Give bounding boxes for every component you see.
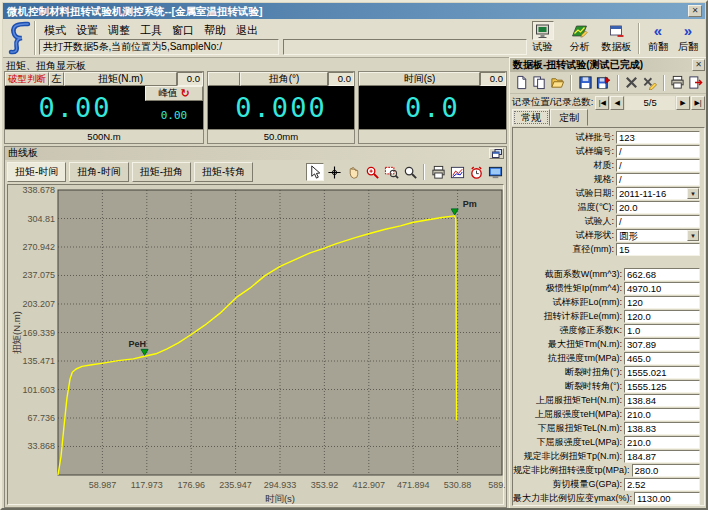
dropdown-arrow-icon[interactable]: ▼ bbox=[687, 230, 699, 241]
tab-custom[interactable]: 定制 bbox=[550, 109, 588, 126]
field-input[interactable]: 20.0 bbox=[616, 201, 700, 214]
menu-item-1[interactable]: 设置 bbox=[71, 22, 103, 37]
page-next-icon: » bbox=[684, 21, 692, 40]
curve-tab-0[interactable]: 扭矩-时间 bbox=[7, 162, 66, 182]
datapad-button[interactable]: 数据板 bbox=[598, 21, 635, 56]
field-input[interactable]: / bbox=[616, 145, 700, 158]
field-row: 规定非比例扭矩Tp(N.m):184.87 bbox=[513, 450, 704, 463]
display-icon[interactable] bbox=[486, 163, 504, 181]
field-input[interactable]: 123 bbox=[616, 131, 700, 144]
field-input[interactable]: / bbox=[616, 173, 700, 186]
break-judge-button[interactable]: 破型判断 bbox=[5, 72, 49, 86]
printer-icon[interactable] bbox=[670, 74, 686, 92]
data-panel-close-icon[interactable]: ✕ bbox=[692, 59, 705, 71]
field-input[interactable]: 1130.00 bbox=[634, 492, 700, 505]
dropdown-arrow-icon[interactable]: ▼ bbox=[687, 188, 699, 199]
close-icon[interactable]: ✕ bbox=[688, 5, 702, 17]
window-title: 微机控制材料扭转试验机测控系统--[金属室温扭转试验] bbox=[7, 5, 263, 17]
analysis-button-label: 分析 bbox=[570, 40, 590, 53]
field-input[interactable]: 307.89 bbox=[624, 338, 700, 351]
test-monitor-icon bbox=[532, 21, 554, 40]
field-label: 规定非比例扭转强度τp(MPa): bbox=[513, 464, 632, 477]
menu-item-5[interactable]: 帮助 bbox=[199, 22, 231, 37]
field-input[interactable]: 184.87 bbox=[624, 450, 700, 463]
field-label: 极惯性矩Ip(mm^4): bbox=[513, 282, 624, 295]
select-arrow-icon[interactable] bbox=[306, 163, 324, 181]
field-input[interactable]: 圆形▼ bbox=[616, 229, 700, 242]
field-input[interactable]: 15 bbox=[616, 243, 700, 256]
data-panel-header: 数据板-扭转试验(测试已完成) ✕ bbox=[510, 58, 707, 72]
open-icon[interactable] bbox=[549, 74, 565, 92]
analysis-button[interactable]: 分析 bbox=[561, 21, 598, 56]
exit-icon[interactable] bbox=[688, 74, 704, 92]
field-input[interactable]: 120.0 bbox=[624, 310, 700, 323]
x-tick-label: 530.88 bbox=[444, 480, 472, 490]
curve-tabs: 扭矩-时间扭角-时间扭矩-扭角扭矩-转角 bbox=[7, 162, 256, 182]
y-tick-label: 67.736 bbox=[27, 413, 55, 423]
record-first-button[interactable]: |◀ bbox=[595, 96, 609, 110]
delete-icon[interactable] bbox=[624, 74, 640, 92]
zoom-window-icon[interactable] bbox=[382, 163, 400, 181]
curve-tab-3[interactable]: 扭矩-转角 bbox=[194, 162, 253, 182]
record-last-button[interactable]: ▶| bbox=[691, 96, 705, 110]
curve-tab-1[interactable]: 扭角-时间 bbox=[69, 162, 128, 182]
annotation-Pm: Pm bbox=[463, 199, 477, 209]
direction-button[interactable]: 左 bbox=[49, 72, 64, 86]
field-label: 抗扭强度τm(MPa): bbox=[513, 352, 624, 365]
printer-icon[interactable] bbox=[429, 163, 447, 181]
field-input[interactable]: 1555.021 bbox=[624, 366, 700, 379]
field-row: 上屈服扭矩TeH(N.m):138.84 bbox=[513, 394, 704, 407]
field-input[interactable]: 1.0 bbox=[624, 324, 700, 337]
menu-item-4[interactable]: 窗口 bbox=[167, 22, 199, 37]
field-input[interactable]: 465.0 bbox=[624, 352, 700, 365]
datapad-icon bbox=[606, 21, 628, 40]
field-row: 上屈服强度τeH(MPa):210.0 bbox=[513, 408, 704, 421]
field-input[interactable]: 210.0 bbox=[624, 436, 700, 449]
field-input[interactable]: 210.0 bbox=[624, 408, 700, 421]
field-input[interactable]: / bbox=[616, 159, 700, 172]
torque-time-chart[interactable]: 58.987117.973176.96235.947294.933353.924… bbox=[8, 185, 505, 506]
field-input[interactable]: 280.0 bbox=[632, 464, 700, 477]
field-input[interactable]: 2.52 bbox=[624, 478, 700, 491]
page-prev-button[interactable]: « 前翻 bbox=[643, 21, 673, 56]
refresh-icon[interactable]: ↻ bbox=[180, 87, 189, 100]
field-input[interactable]: 1555.125 bbox=[624, 380, 700, 393]
zoom-out-icon[interactable] bbox=[401, 163, 419, 181]
test-button[interactable]: 试验 bbox=[524, 21, 561, 56]
field-input[interactable]: 138.84 bbox=[624, 394, 700, 407]
chart-area[interactable]: 58.987117.973176.96235.947294.933353.924… bbox=[7, 184, 504, 505]
copy-icon[interactable] bbox=[531, 74, 547, 92]
field-input[interactable]: 662.68 bbox=[624, 268, 700, 281]
graph-icon[interactable] bbox=[448, 163, 466, 181]
restore-window-icon[interactable] bbox=[489, 148, 504, 159]
menu-item-0[interactable]: 模式 bbox=[39, 22, 71, 37]
time-value-display: 0.0 bbox=[359, 86, 506, 129]
field-input[interactable]: / bbox=[616, 215, 700, 228]
menu-item-3[interactable]: 工具 bbox=[135, 22, 167, 37]
data-fields: 试样批号:123试样编号:/材质:/规格:/试验日期:2011-11-16▼温度… bbox=[512, 127, 705, 506]
pan-hand-icon[interactable] bbox=[344, 163, 362, 181]
field-input[interactable]: 138.83 bbox=[624, 422, 700, 435]
menu-item-2[interactable]: 调整 bbox=[103, 22, 135, 37]
page-next-label: 后翻 bbox=[678, 40, 698, 53]
curve-tab-2[interactable]: 扭矩-扭角 bbox=[132, 162, 191, 182]
timer-icon[interactable] bbox=[467, 163, 485, 181]
clear-icon[interactable] bbox=[642, 74, 658, 92]
field-input[interactable]: 120 bbox=[624, 296, 700, 309]
tab-general[interactable]: 常规 bbox=[512, 109, 550, 126]
page-next-button[interactable]: » 后翻 bbox=[673, 21, 703, 56]
new-icon[interactable] bbox=[513, 74, 529, 92]
field-input[interactable]: 4970.10 bbox=[624, 282, 700, 295]
field-input[interactable]: 2011-11-16▼ bbox=[616, 187, 700, 200]
save-as-icon[interactable] bbox=[595, 74, 611, 92]
field-row: 下屈服强度τeL(MPa):210.0 bbox=[513, 436, 704, 449]
menu-item-6[interactable]: 退出 bbox=[231, 22, 263, 37]
crosshair-icon[interactable] bbox=[325, 163, 343, 181]
zoom-in-icon[interactable] bbox=[363, 163, 381, 181]
save-icon[interactable] bbox=[577, 74, 593, 92]
field-row: 材质:/ bbox=[513, 159, 704, 172]
record-next-button[interactable]: ▶ bbox=[676, 96, 690, 110]
record-prev-button[interactable]: ◀ bbox=[610, 96, 624, 110]
time-range-label bbox=[359, 129, 506, 143]
display-panel: 扭矩、扭角显示板 破型判断 左 扭矩(N.m) 0.0 0.00 峰值 ↻ bbox=[4, 59, 507, 144]
